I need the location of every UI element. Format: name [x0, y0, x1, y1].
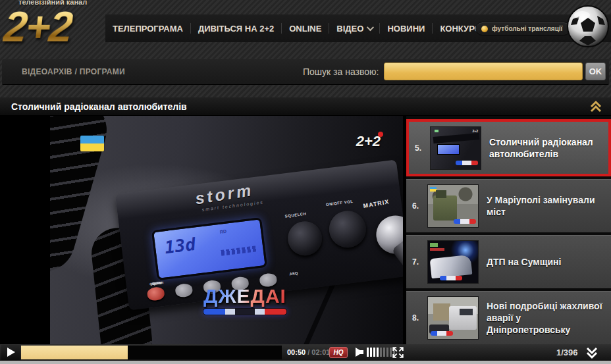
- item-number: 5.: [415, 143, 421, 153]
- onoff-vol-label: ON/OFF VOL: [326, 199, 354, 207]
- duration: 02:01: [311, 348, 330, 356]
- item-title: У Маріуполі замінували міст: [487, 194, 606, 217]
- item-number: 6.: [412, 201, 419, 211]
- police-lightbar-icon: [203, 308, 287, 315]
- progress-fill: [21, 346, 128, 359]
- soccer-ball-icon[interactable]: [566, 5, 610, 51]
- progress-bar[interactable]: [21, 346, 282, 359]
- gold-dot-icon: [481, 26, 488, 32]
- hq-toggle[interactable]: HQ: [329, 347, 348, 358]
- playlist-item-7[interactable]: 7. ДТП на Сумщині: [406, 235, 611, 288]
- squelch-label: SQUELCH: [284, 212, 306, 219]
- football-broadcasts-button[interactable]: футбольні трансляції: [475, 22, 571, 36]
- main-content: 2+2 storm smart technologies 13d RD SQUE…: [0, 116, 611, 344]
- lcd-mode-value: RD: [219, 229, 226, 234]
- volume-control[interactable]: [356, 348, 395, 357]
- lcd-signal-bars: [221, 246, 257, 256]
- qup-button: Q.UP: [174, 283, 193, 298]
- search-input[interactable]: [384, 63, 583, 80]
- item-title: Столичний радіоканал автолюбителів: [489, 136, 603, 159]
- squelch-knob: [286, 219, 324, 257]
- nav-dyvitsia[interactable]: ДИВІТЬСЯ НА 2+2: [191, 24, 281, 34]
- play-button[interactable]: [1, 345, 20, 360]
- fullscreen-icon[interactable]: [392, 347, 404, 361]
- playlist-pagination: 1/396: [556, 348, 578, 357]
- collapse-playlist-icon[interactable]: [589, 100, 603, 116]
- lcd-channel-value: 13d: [163, 234, 196, 258]
- scroll-playlist-down-icon[interactable]: [585, 346, 599, 362]
- band-button: [147, 286, 165, 301]
- search-label: Пошук за назвою:: [303, 66, 379, 77]
- chevron-down-icon: [367, 24, 374, 31]
- playlist-item-8[interactable]: 8. Нові подробиці жахливої аварії у Дніп…: [406, 291, 611, 344]
- player-controls: 00:50 / 02:01 HQ 1/396: [0, 344, 611, 361]
- video-title-bar: Столичний радіоканал автолюбителів: [0, 97, 611, 116]
- playlist-item-5[interactable]: 5. 2+2 Столичний радіоканал автолюбителі…: [406, 119, 611, 176]
- channel-logo[interactable]: 2+2: [1, 3, 74, 51]
- breadcrumb[interactable]: ВІДЕОАРХІВ / ПРОГРАМИ: [22, 67, 125, 76]
- search-ok-button[interactable]: OK: [585, 63, 606, 80]
- nav-novyny[interactable]: НОВИНИ: [380, 24, 432, 34]
- nav-teleprograma[interactable]: ТЕЛЕПРОГРАМА: [105, 24, 190, 34]
- volume-knob: [327, 209, 368, 249]
- santa-hat-icon: [378, 132, 383, 137]
- current-time: 00:50: [287, 348, 306, 356]
- djedai-logo: ДЖЕДАІ: [203, 285, 287, 315]
- radio-lcd-display: 13d RD: [151, 217, 267, 280]
- thumbnail: [427, 296, 479, 340]
- djedai-logo-text: ДЖЕДАІ: [203, 285, 287, 307]
- page: телевізійний канал 2+2 ТЕЛЕПРОГРАМА ДИВІ…: [0, 0, 611, 364]
- ukraine-flag-icon: [80, 136, 104, 151]
- asq-label: ASQ: [289, 271, 298, 276]
- thumbnail: [427, 240, 479, 284]
- channel-watermark: 2+2: [356, 133, 381, 150]
- thumbnail: 2+2: [430, 126, 481, 170]
- matrix-label: MATRIX: [363, 198, 390, 209]
- item-number: 8.: [412, 313, 419, 323]
- playlist-sidebar: 5. 2+2 Столичний радіоканал автолюбителі…: [406, 116, 611, 344]
- thumbnail: [427, 184, 479, 228]
- item-number: 7.: [412, 257, 419, 267]
- speaker-icon: [356, 348, 363, 357]
- video-frame: 2+2 storm smart technologies 13d RD SQUE…: [50, 116, 403, 344]
- subheader-bar: ВІДЕОАРХІВ / ПРОГРАМИ Пошук за назвою: O…: [2, 59, 609, 84]
- playlist-item-6[interactable]: 6. У Маріуполі замінували міст: [406, 179, 611, 232]
- page-title: Столичний радіоканал автолюбителів: [11, 101, 187, 112]
- page-bottom-strip: [0, 361, 611, 364]
- item-title: Нові подробиці жахливої аварії у Дніпроп…: [487, 299, 606, 336]
- volume-bars: [367, 348, 395, 357]
- time-display: 00:50 / 02:01: [287, 348, 330, 356]
- nav-online[interactable]: ONLINE: [282, 24, 329, 34]
- item-title: ДТП на Сумщині: [487, 255, 606, 267]
- nav-video[interactable]: ВІДЕО: [329, 24, 379, 34]
- video-player[interactable]: 2+2 storm smart technologies 13d RD SQUE…: [0, 116, 406, 344]
